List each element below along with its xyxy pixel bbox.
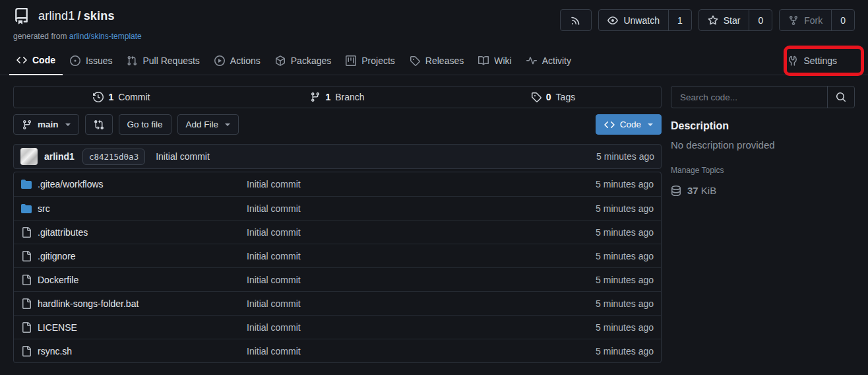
tab-packages[interactable]: Packages	[268, 46, 338, 75]
repo-owner-link[interactable]: arlind1	[38, 9, 75, 22]
search-button[interactable]	[827, 86, 854, 108]
tab-wiki[interactable]: Wiki	[471, 46, 518, 75]
commits-label: Commit	[118, 92, 150, 102]
file-toolbar: main Go to file Add File Code	[13, 114, 662, 135]
file-icon	[21, 251, 32, 261]
eye-icon	[607, 15, 618, 26]
file-commit-message[interactable]: Initial commit	[247, 203, 596, 214]
tab-pull-requests[interactable]: Pull Requests	[119, 46, 206, 75]
branches-stat[interactable]: 1 Branch	[230, 92, 445, 102]
description-heading: Description	[671, 120, 855, 132]
rss-button[interactable]	[561, 10, 591, 30]
pulse-icon	[526, 55, 537, 66]
code-button-label: Code	[620, 119, 641, 129]
caret-down-icon	[225, 123, 230, 126]
file-icon	[21, 227, 32, 238]
star-label: Star	[724, 15, 741, 26]
fork-label: Fork	[804, 15, 822, 26]
template-repo-link[interactable]: arlind/skins-template	[69, 32, 142, 41]
tab-issues[interactable]: Issues	[63, 46, 119, 75]
unwatch-button[interactable]: Unwatch	[599, 10, 667, 30]
book-icon	[478, 55, 489, 66]
tags-stat[interactable]: 0 Tags	[445, 92, 661, 102]
tab-code-label: Code	[32, 55, 55, 65]
star-button[interactable]: Star	[699, 10, 749, 30]
description-text: No description provided	[671, 139, 855, 151]
folder-icon	[21, 179, 32, 189]
add-file-label: Add File	[186, 119, 219, 129]
file-link[interactable]: rsync.sh	[21, 346, 247, 357]
file-commit-message[interactable]: Initial commit	[247, 251, 596, 261]
commit-message-link[interactable]: Initial commit	[156, 151, 210, 162]
commit-author-link[interactable]: arlind1	[44, 151, 75, 162]
stars-count[interactable]: 0	[749, 10, 772, 30]
commits-stat[interactable]: 1 Commit	[14, 92, 230, 102]
file-commit-message[interactable]: Initial commit	[247, 346, 596, 357]
file-icon	[21, 275, 32, 285]
branch-icon	[22, 119, 32, 130]
code-icon	[16, 55, 27, 65]
file-commit-time: 5 minutes ago	[596, 179, 654, 189]
file-commit-message[interactable]: Initial commit	[247, 179, 596, 189]
file-commit-message[interactable]: Initial commit	[247, 322, 596, 333]
file-commit-message[interactable]: Initial commit	[247, 298, 596, 309]
tags-count: 0	[546, 92, 551, 102]
table-row: .gitea/workflows Initial commit 5 minute…	[14, 172, 661, 196]
project-board-icon	[346, 55, 356, 66]
table-row: .gitattributes Initial commit 5 minutes …	[14, 220, 661, 244]
repo-name-link[interactable]: skins	[84, 9, 115, 22]
caret-down-icon	[65, 123, 71, 126]
file-commit-message[interactable]: Initial commit	[247, 275, 596, 285]
branches-label: Branch	[335, 92, 364, 102]
manage-topics-link[interactable]: Manage Topics	[671, 166, 855, 175]
commits-count: 1	[108, 92, 113, 102]
file-icon	[21, 346, 32, 357]
tab-wiki-label: Wiki	[494, 55, 511, 66]
code-download-button[interactable]: Code	[596, 114, 662, 135]
file-link[interactable]: src	[21, 203, 247, 214]
tab-settings[interactable]: Settings	[780, 46, 844, 75]
repo-icon	[13, 8, 30, 24]
code-search	[671, 86, 855, 108]
tab-pull-requests-label: Pull Requests	[142, 55, 199, 66]
star-icon	[708, 15, 718, 26]
repo-header: arlind1/skins generated from arlind/skin…	[0, 0, 868, 41]
go-to-file-button[interactable]: Go to file	[119, 114, 171, 135]
file-link[interactable]: hardlink-songs-folder.bat	[21, 298, 247, 309]
play-circle-icon	[214, 55, 225, 66]
file-commit-time: 5 minutes ago	[596, 298, 654, 309]
commit-time: 5 minutes ago	[596, 151, 654, 162]
file-commit-time: 5 minutes ago	[596, 203, 654, 214]
file-link[interactable]: .gitattributes	[21, 227, 247, 238]
table-row: hardlink-songs-folder.bat Initial commit…	[14, 291, 661, 315]
tab-activity[interactable]: Activity	[519, 46, 578, 75]
database-icon	[671, 186, 681, 196]
commit-hash-badge[interactable]: c84215d0a3	[82, 149, 145, 165]
file-link[interactable]: .gitignore	[21, 251, 247, 261]
tab-code[interactable]: Code	[9, 46, 63, 75]
repo-size: 37 KiB	[671, 185, 855, 196]
tab-projects[interactable]: Projects	[338, 46, 402, 75]
history-icon	[93, 92, 104, 102]
forks-count[interactable]: 0	[831, 10, 854, 30]
tab-releases[interactable]: Releases	[402, 46, 471, 75]
tag-icon	[531, 92, 542, 102]
add-file-button[interactable]: Add File	[177, 114, 239, 135]
file-link[interactable]: Dockerfile	[21, 275, 247, 285]
file-link[interactable]: LICENSE	[21, 322, 247, 333]
generated-from-label: generated from	[13, 32, 67, 41]
tab-activity-label: Activity	[542, 55, 571, 66]
rss-icon	[571, 15, 581, 26]
compare-button[interactable]	[85, 114, 113, 135]
file-commit-message[interactable]: Initial commit	[247, 227, 596, 238]
branch-name: main	[38, 119, 59, 129]
tab-actions-label: Actions	[230, 55, 261, 66]
search-input[interactable]	[671, 86, 827, 108]
tab-actions[interactable]: Actions	[207, 46, 268, 75]
watchers-count[interactable]: 1	[668, 10, 691, 30]
file-link[interactable]: .gitea/workflows	[21, 179, 247, 189]
tab-projects-label: Projects	[361, 55, 395, 66]
branches-count: 1	[325, 92, 330, 102]
branch-selector[interactable]: main	[13, 114, 79, 135]
fork-button[interactable]: Fork	[780, 10, 831, 30]
